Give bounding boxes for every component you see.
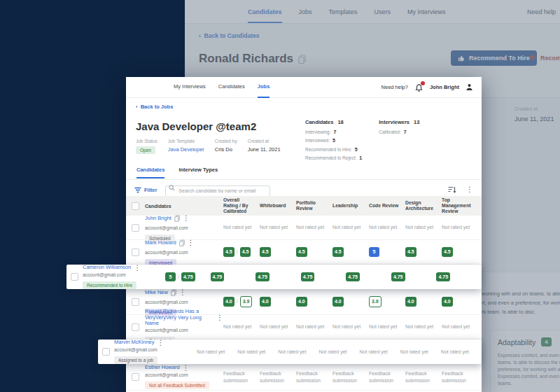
select-all-checkbox[interactable] (132, 202, 139, 210)
row-menu-icon[interactable]: ⋮ (183, 365, 190, 372)
table-menu-icon[interactable]: ⋮ (466, 186, 473, 193)
stat-row: Calibrated:7 (379, 130, 419, 134)
rating-cell: Not rated yet (405, 224, 442, 230)
candidate-name-link[interactable]: John Bright (145, 216, 172, 222)
row-menu-icon[interactable]: ⋮ (183, 215, 190, 222)
stat-row: Interviewed:5 (305, 138, 362, 143)
stat-row: Interviewing:7 (305, 130, 362, 134)
stats-count: 13 (414, 119, 419, 125)
notifications-bell-icon[interactable] (414, 83, 424, 92)
need-help-link[interactable]: Need help? (382, 84, 408, 90)
stat-row: Recommended to Reject:1 (305, 155, 362, 160)
rating-cell: Feedback submission (405, 370, 442, 383)
column-header-code-review: Code Review (369, 203, 405, 209)
meta-label: Job Template (168, 139, 204, 144)
tab-interview-types[interactable]: Interview Types (178, 167, 218, 178)
job-meta-job-template: Job TemplateJava Developer (168, 139, 204, 154)
candidate-row[interactable]: Marvin McKinney⋮account@gmail.comAssigne… (98, 340, 482, 364)
copy-icon[interactable] (174, 212, 180, 225)
candidate-name-link[interactable]: Mark Howard (145, 240, 176, 246)
row-checkbox[interactable] (132, 298, 139, 306)
row-menu-icon[interactable]: ⋮ (179, 289, 186, 296)
job-status-pill: Open (136, 146, 155, 154)
user-name[interactable]: John Bright (430, 84, 459, 90)
rating-cell: Feedback submission (223, 370, 260, 383)
rating-cell: 4.75 (391, 272, 437, 281)
rating-cell: Not rated yet (442, 224, 478, 230)
rating-cell: Not rated yet (237, 349, 278, 355)
candidate-email: account@gmail.com (145, 300, 223, 304)
column-header-candidates: Candidates (145, 204, 223, 209)
candidate-name-link[interactable]: Ronald Richards Has a VeryVeryVery Very … (145, 309, 214, 327)
rating-cell: Not rated yet (332, 224, 369, 230)
candidate-name-link[interactable]: Marvin McKinney (114, 340, 155, 346)
copy-icon[interactable] (179, 237, 185, 249)
meta-value: June 11, 2021 (248, 146, 281, 153)
row-menu-icon[interactable]: ⋮ (216, 314, 223, 321)
candidate-row[interactable]: Esther Howard⋮account@gmail.comNot all F… (126, 364, 482, 391)
rating-cell: Not rated yet (260, 323, 296, 330)
rating-cell: 4.0 (442, 297, 478, 306)
user-avatar-icon[interactable] (465, 83, 473, 91)
row-menu-icon[interactable]: ⋮ (188, 239, 195, 246)
stat-row: Recommended to Hire:5 (305, 147, 362, 152)
rating-badge: 5 (369, 247, 379, 256)
row-checkbox[interactable] (132, 323, 139, 331)
rating-cell: Not rated yet (296, 224, 332, 230)
rating-cell: Not rated yet (223, 323, 260, 330)
candidate-row[interactable]: Mark Howard⋮account@gmail.comInterviewed… (126, 240, 482, 265)
row-menu-icon[interactable]: ⋮ (158, 340, 164, 346)
rating-badge: 4.75 (301, 272, 315, 281)
stats-title: Candidates18 (305, 119, 362, 125)
rating-cell: 4.0 (332, 297, 369, 306)
rating-cell: 4.0 (296, 297, 332, 306)
candidate-name-link[interactable]: Esther Howard (145, 365, 180, 371)
job-stats: Candidates18Interviewing:7Interviewed:5R… (305, 119, 419, 160)
row-checkbox[interactable] (102, 348, 110, 356)
candidate-name-link[interactable]: Mike New (145, 290, 168, 296)
candidate-email: account@gmail.com (145, 225, 223, 230)
stat-value: 1 (359, 155, 362, 160)
rating-badge: 4.5 (223, 247, 234, 256)
rating-cell: Not rated yet (260, 224, 296, 230)
tab-candidates[interactable]: Candidates (136, 167, 164, 178)
notification-badge (421, 81, 425, 85)
candidate-row[interactable]: Cameron Williamson⋮account@gmail.comReco… (66, 265, 482, 289)
row-checkbox[interactable] (132, 224, 139, 232)
row-menu-icon[interactable]: ⋮ (134, 265, 141, 272)
candidate-email: account@gmail.com (145, 250, 223, 255)
tab-my-interviews[interactable]: My Interviews (174, 77, 206, 98)
rating-cell: 5/4.75 (165, 272, 211, 281)
rating-cell: 4.5 (332, 247, 369, 256)
candidate-row[interactable]: Ronald Richards Has a VeryVeryVery Very … (126, 315, 482, 340)
rating-badge: 4.5 (260, 247, 271, 256)
column-header-top-management-review: Top Management Review (442, 197, 478, 214)
screen: CandidatesJobsTemplatesUsersMy interview… (0, 0, 560, 392)
back-to-jobs-link[interactable]: ‹ Back to Jobs (136, 104, 173, 110)
candidate-email: account@gmail.com (114, 347, 197, 352)
candidate-email: account@gmail.com (145, 372, 223, 377)
filter-icon (134, 187, 141, 193)
rating-cell: Not rated yet (442, 323, 478, 330)
sort-descending-icon[interactable] (448, 186, 456, 194)
rating-cell: Not rated yet (332, 323, 369, 330)
content-tabs: CandidatesInterview Types (136, 167, 218, 178)
tab-candidates[interactable]: Candidates (218, 77, 245, 98)
rating-cell: 4.75 (436, 272, 482, 281)
candidate-name-link[interactable]: Cameron Williamson (83, 265, 131, 271)
row-checkbox[interactable] (132, 373, 139, 381)
rating-cell: 4.5 (260, 247, 296, 256)
row-checkbox[interactable] (71, 273, 78, 281)
job-meta-job-status: Job StatusOpen (136, 139, 158, 154)
row-checkbox[interactable] (132, 248, 139, 256)
tab-jobs[interactable]: Jobs (258, 77, 270, 98)
rating-badge: 4.5 (296, 247, 307, 256)
job-template-link[interactable]: Java Developer (168, 146, 204, 153)
rating-cell: Not rated yet (441, 349, 482, 355)
rating-badge: 4.75 (391, 272, 405, 281)
rating-badge: 4.0 (405, 297, 416, 306)
filter-button[interactable]: Filter (134, 187, 157, 193)
search-input[interactable] (165, 186, 270, 197)
modal-nav-tabs: My InterviewsCandidatesJobs (174, 77, 270, 98)
rating-cell: 4.75 (211, 272, 256, 281)
